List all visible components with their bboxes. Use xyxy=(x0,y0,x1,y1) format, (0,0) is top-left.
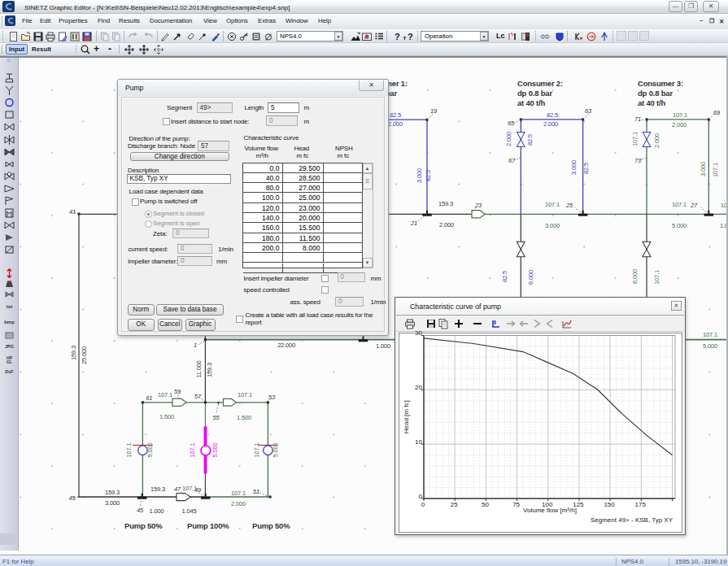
svg-text:3.000: 3.000 xyxy=(545,222,560,229)
svg-text:150: 150 xyxy=(604,501,615,508)
svg-text:82.5: 82.5 xyxy=(526,134,534,146)
svg-text:1.500: 1.500 xyxy=(237,414,251,421)
svg-text:at 40 t/h: at 40 t/h xyxy=(638,98,665,107)
svg-text:at 40 t/h: at 40 t/h xyxy=(517,98,545,107)
svg-text:75: 75 xyxy=(512,501,520,508)
svg-text:6.000: 6.000 xyxy=(631,269,639,284)
svg-text:22.000: 22.000 xyxy=(277,342,295,349)
svg-text:53: 53 xyxy=(268,394,276,401)
svg-text:dp 0.8 bar: dp 0.8 bar xyxy=(638,89,673,98)
svg-text:47: 47 xyxy=(174,485,181,493)
svg-text:Consumer 2:: Consumer 2: xyxy=(517,79,563,88)
svg-text:1: 1 xyxy=(194,342,197,349)
svg-text:27: 27 xyxy=(690,202,698,209)
svg-text:57: 57 xyxy=(194,393,202,400)
svg-text:23: 23 xyxy=(474,202,482,209)
svg-text:107.1: 107.1 xyxy=(253,443,260,458)
svg-text:107.1: 107.1 xyxy=(673,111,687,119)
svg-text:59: 59 xyxy=(174,388,181,395)
svg-text:5.000: 5.000 xyxy=(672,222,687,229)
svg-text:1.000: 1.000 xyxy=(376,342,390,350)
svg-text:Pump 50%: Pump 50% xyxy=(252,521,290,530)
svg-text:10: 10 xyxy=(415,438,422,446)
svg-text:82.5: 82.5 xyxy=(390,111,401,119)
svg-text:2.000: 2.000 xyxy=(653,133,660,148)
svg-text:Volume flow [m³/h]: Volume flow [m³/h] xyxy=(523,507,577,514)
svg-text:159.3: 159.3 xyxy=(150,485,165,493)
svg-text:0: 0 xyxy=(421,501,425,508)
svg-text:51: 51 xyxy=(253,488,259,495)
svg-text:107.1: 107.1 xyxy=(703,331,717,338)
svg-text:5.000: 5.000 xyxy=(703,342,717,350)
svg-text:45: 45 xyxy=(137,507,144,514)
svg-text:2.000: 2.000 xyxy=(439,221,454,229)
svg-text:107.1: 107.1 xyxy=(672,201,687,208)
svg-text:11.000: 11.000 xyxy=(195,360,203,377)
svg-text:5.000: 5.000 xyxy=(211,443,219,458)
svg-text:159.3: 159.3 xyxy=(70,346,77,360)
svg-text:Segment 49> - KSB, Typ XY: Segment 49> - KSB, Typ XY xyxy=(591,516,674,524)
svg-text:25.000: 25.000 xyxy=(81,346,88,364)
svg-text:3.000: 3.000 xyxy=(570,160,578,175)
svg-text:71: 71 xyxy=(634,115,641,123)
svg-text:19: 19 xyxy=(430,107,438,115)
svg-text:3.000: 3.000 xyxy=(700,162,707,176)
svg-text:1.000: 1.000 xyxy=(150,507,164,515)
svg-text:159.3: 159.3 xyxy=(105,489,120,496)
svg-text:2.000: 2.000 xyxy=(388,120,403,128)
svg-text:107.1: 107.1 xyxy=(712,163,719,177)
svg-text:107.1: 107.1 xyxy=(631,132,639,146)
svg-text:45: 45 xyxy=(69,494,76,502)
svg-text:55: 55 xyxy=(213,414,220,421)
svg-text:Consumer 3:: Consumer 3: xyxy=(638,79,683,88)
svg-text:159.3: 159.3 xyxy=(438,200,453,207)
svg-text:2.000: 2.000 xyxy=(543,120,558,128)
svg-text:175: 175 xyxy=(635,501,647,508)
svg-text:107.1: 107.1 xyxy=(653,270,660,285)
svg-text:3.000: 3.000 xyxy=(416,168,423,183)
svg-text:30: 30 xyxy=(415,329,422,337)
svg-text:107.1: 107.1 xyxy=(238,391,252,398)
svg-text:Pump 100%: Pump 100% xyxy=(187,521,229,530)
svg-text:5.000: 5.000 xyxy=(272,443,279,458)
svg-text:Pump 50%: Pump 50% xyxy=(124,521,163,530)
svg-text:dp 0.8 bar: dp 0.8 bar xyxy=(517,89,552,98)
svg-text:82.5: 82.5 xyxy=(582,163,590,174)
svg-text:25: 25 xyxy=(565,202,573,209)
svg-text:61: 61 xyxy=(146,394,152,402)
svg-text:159.3: 159.3 xyxy=(206,363,213,377)
svg-text:1.500: 1.500 xyxy=(159,413,174,420)
svg-text:107.1: 107.1 xyxy=(231,490,246,497)
svg-text:3.000: 3.000 xyxy=(105,499,120,507)
svg-text:2.000: 2.000 xyxy=(231,500,246,507)
svg-text:50: 50 xyxy=(482,501,489,508)
svg-text:25: 25 xyxy=(451,501,458,508)
svg-text:69: 69 xyxy=(713,109,721,116)
svg-text:63: 63 xyxy=(585,107,592,115)
svg-text:2.000: 2.000 xyxy=(505,132,512,146)
svg-text:82.5: 82.5 xyxy=(425,170,432,181)
svg-text:107.1: 107.1 xyxy=(182,485,197,492)
svg-text:67: 67 xyxy=(508,157,516,164)
svg-text:73: 73 xyxy=(634,157,642,164)
svg-text:82.5: 82.5 xyxy=(547,111,558,119)
svg-text:2.000: 2.000 xyxy=(672,121,687,128)
svg-text:1.045: 1.045 xyxy=(182,507,197,515)
svg-text:41: 41 xyxy=(69,208,76,216)
svg-text:65: 65 xyxy=(508,120,515,127)
svg-text:82.5: 82.5 xyxy=(501,271,508,282)
svg-text:?: ? xyxy=(408,32,413,41)
svg-text:20: 20 xyxy=(415,384,422,391)
svg-text:Head [m fc]: Head [m fc] xyxy=(403,400,410,433)
svg-text:107.1: 107.1 xyxy=(189,443,196,458)
svg-text:107.1: 107.1 xyxy=(545,201,560,208)
svg-text:?: ? xyxy=(395,32,400,41)
svg-text:0: 0 xyxy=(419,493,423,500)
svg-text:107.1: 107.1 xyxy=(125,443,133,458)
svg-text:107.1: 107.1 xyxy=(158,391,172,398)
svg-text:6.000: 6.000 xyxy=(527,270,534,285)
svg-text:5.000: 5.000 xyxy=(146,443,154,458)
svg-text:21: 21 xyxy=(410,220,417,227)
